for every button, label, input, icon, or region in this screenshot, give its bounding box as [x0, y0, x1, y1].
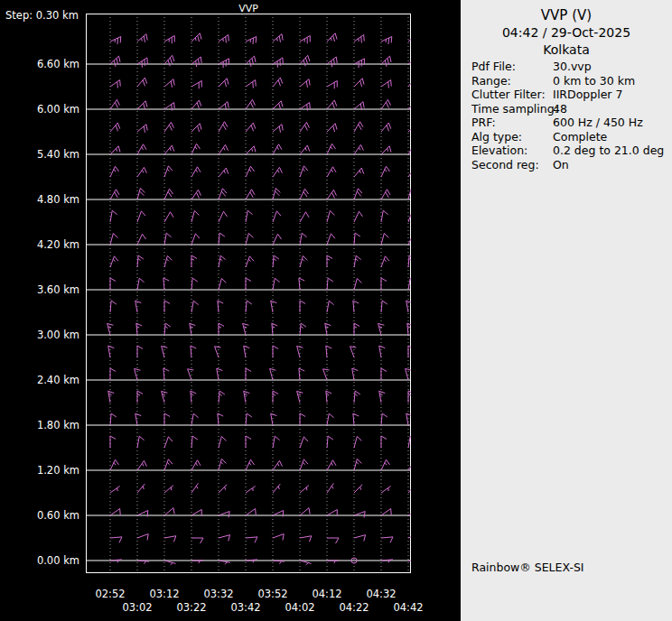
- x-axis-tick-label: 03:12: [145, 588, 184, 600]
- x-axis-tick-label: 04:32: [361, 588, 401, 600]
- info-value: 600 Hz / 450 Hz: [553, 116, 643, 129]
- info-value: On: [553, 158, 569, 171]
- y-axis-tick-label: 6.60 km: [0, 58, 79, 70]
- step-label: Step: 0.30 km: [5, 9, 79, 22]
- x-axis-tick-label: 04:42: [388, 601, 428, 614]
- x-axis-tick-label: 02:52: [90, 588, 130, 600]
- y-axis-tick-label: 6.00 km: [0, 103, 79, 116]
- product-info-list: Pdf File:30.vvpRange:0 km to 30 kmClutte…: [471, 60, 667, 171]
- info-row: Elevation:0.2 deg to 21.0 deg: [471, 144, 667, 158]
- y-axis-tick-label: 1.20 km: [0, 464, 79, 477]
- x-axis-tick-label: 03:02: [117, 601, 157, 614]
- info-label: Pdf File:: [471, 60, 516, 73]
- info-value: 30.vvp: [553, 60, 592, 73]
- info-value: Complete: [553, 130, 607, 144]
- y-axis-tick-label: 0.00 km: [0, 554, 79, 567]
- vvp-radar-screen: Step: 0.30 km VVP 6.60 km6.00 km5.40 km4…: [0, 0, 672, 621]
- info-value: IIRDoppler 7: [553, 88, 622, 101]
- info-label: PRF:: [471, 116, 496, 129]
- info-value: 0.2 deg to 21.0 deg: [553, 144, 664, 157]
- x-axis-tick-label: 03:22: [172, 601, 211, 614]
- info-value: 0 km to 30 km: [553, 74, 635, 88]
- wind-barb-chart-region: Step: 0.30 km VVP 6.60 km6.00 km5.40 km4…: [0, 0, 461, 621]
- info-row: PRF:600 Hz / 450 Hz: [471, 116, 667, 130]
- y-axis-tick-label: 5.40 km: [0, 148, 79, 161]
- y-axis-tick-label: 4.20 km: [0, 238, 79, 251]
- x-axis-tick-label: 03:32: [199, 588, 238, 600]
- wind-barb-plot: [86, 14, 411, 573]
- info-row: Clutter Filter:IIRDoppler 7: [471, 88, 667, 102]
- info-label: Second reg:: [471, 158, 539, 171]
- product-info-panel: VVP (V) 04:42 / 29-Oct-2025 Kolkata Pdf …: [461, 0, 672, 621]
- x-axis-tick-label: 04:22: [334, 601, 374, 614]
- info-row: Second reg:On: [471, 158, 667, 172]
- info-label: Alg type:: [471, 130, 522, 144]
- panel-site-name: Kolkata: [461, 42, 672, 57]
- x-axis-tick-label: 04:02: [280, 601, 320, 614]
- x-axis-tick-label: 03:52: [253, 588, 293, 600]
- info-row: Time sampling:48: [471, 102, 667, 116]
- y-axis-tick-label: 3.00 km: [0, 329, 79, 341]
- x-axis-tick-label: 04:12: [307, 588, 347, 600]
- plot-area: [86, 14, 411, 573]
- info-row: Range:0 km to 30 km: [471, 74, 667, 88]
- x-axis-tick-label: 03:42: [226, 601, 266, 614]
- y-axis-tick-label: 2.40 km: [0, 374, 79, 386]
- info-row: Pdf File:30.vvp: [471, 60, 667, 74]
- branding-text: Rainbow® SELEX-SI: [471, 561, 584, 574]
- info-label: Clutter Filter:: [471, 88, 546, 101]
- y-axis-tick-label: 1.80 km: [0, 419, 79, 431]
- info-value: 48: [553, 102, 567, 116]
- panel-title: VVP (V): [461, 7, 672, 23]
- info-label: Range:: [471, 74, 511, 88]
- y-axis-tick-label: 4.80 km: [0, 193, 79, 206]
- y-axis-tick-label: 0.60 km: [0, 509, 79, 522]
- info-row: Alg type:Complete: [471, 130, 667, 144]
- info-label: Time sampling:: [471, 102, 558, 116]
- info-label: Elevation:: [471, 144, 527, 157]
- panel-datetime: 04:42 / 29-Oct-2025: [461, 25, 672, 40]
- y-axis-tick-label: 3.60 km: [0, 283, 79, 296]
